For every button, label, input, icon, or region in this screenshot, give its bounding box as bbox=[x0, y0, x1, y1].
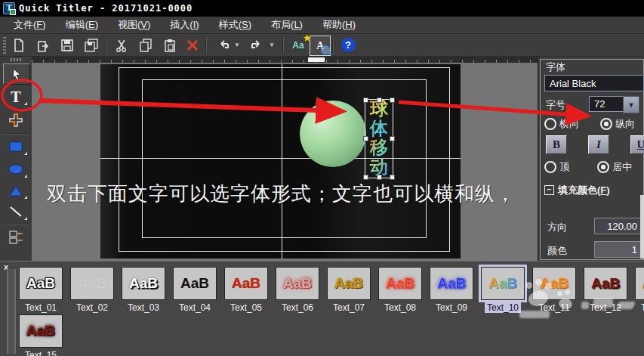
redo-button[interactable] bbox=[248, 36, 267, 54]
tool-palette: T bbox=[0, 57, 32, 261]
style-preview: AaB bbox=[584, 267, 627, 300]
vertical-text-object[interactable]: 球 体 移 动 bbox=[365, 99, 393, 178]
selection-handle[interactable] bbox=[390, 175, 395, 180]
palette-separator bbox=[4, 224, 28, 225]
selection-handle[interactable] bbox=[390, 136, 395, 141]
menu-view[interactable]: 视图(V) bbox=[118, 18, 150, 32]
style-preview: AaB bbox=[224, 267, 268, 300]
save-all-icon bbox=[84, 38, 99, 53]
orientation-vertical-label[interactable]: 纵向 bbox=[615, 117, 635, 131]
canvas-area[interactable]: 球 体 移 动 双击下面文字可以选字体形式；文字也可以横和纵， bbox=[32, 57, 538, 261]
panel-scrollbar[interactable] bbox=[640, 195, 644, 258]
font-name-field[interactable]: Arial Black bbox=[544, 75, 644, 91]
font-preview-icon: A bbox=[316, 40, 324, 52]
style-item[interactable]: AaBText_06 bbox=[276, 267, 319, 313]
text-style-icon: Aa★ bbox=[292, 40, 304, 51]
selection-handle[interactable] bbox=[363, 98, 368, 103]
palette-separator bbox=[4, 133, 28, 135]
align-center-radio[interactable] bbox=[597, 161, 609, 173]
save-button[interactable] bbox=[57, 36, 77, 54]
underline-button[interactable]: U bbox=[630, 135, 644, 154]
title-bar: T Quick Titler - 20171021-0000 bbox=[0, 0, 644, 17]
toolbar: ▼ ▼ Aa★ A ? bbox=[0, 34, 644, 57]
delete-button[interactable] bbox=[183, 36, 202, 54]
bold-button[interactable]: B bbox=[546, 135, 567, 154]
copy-button[interactable] bbox=[136, 36, 156, 54]
library-scrollbar[interactable] bbox=[7, 269, 16, 354]
orientation-horizontal-radio[interactable] bbox=[544, 118, 556, 130]
title-canvas[interactable]: 球 体 移 动 bbox=[100, 64, 461, 258]
selection-handle[interactable] bbox=[390, 98, 395, 103]
style-item[interactable]: AaBText_15 bbox=[19, 314, 63, 356]
style-item[interactable]: AaBText_01 bbox=[19, 267, 63, 313]
menu-insert[interactable]: 插入(I) bbox=[170, 18, 199, 32]
text-tool[interactable]: T bbox=[3, 87, 29, 107]
font-preview-button[interactable]: A bbox=[310, 36, 331, 56]
menu-edit[interactable]: 编辑(E) bbox=[66, 18, 98, 32]
cut-button[interactable] bbox=[112, 36, 131, 54]
style-item[interactable]: AaBText_05 bbox=[224, 267, 268, 313]
new-document-button[interactable] bbox=[9, 36, 29, 54]
orientation-horizontal-label[interactable]: 横向 bbox=[559, 117, 579, 131]
object-layout-tool[interactable] bbox=[3, 228, 29, 247]
ellipse-tool[interactable] bbox=[3, 159, 29, 179]
rectangle-tool[interactable] bbox=[3, 137, 29, 156]
rectangle-icon bbox=[8, 141, 23, 153]
style-item[interactable]: AaBText_11 bbox=[532, 267, 576, 313]
style-item[interactable]: AaBText_02 bbox=[70, 267, 114, 313]
undo-button[interactable] bbox=[213, 36, 233, 54]
style-item[interactable]: AaBText_08 bbox=[378, 267, 422, 313]
style-item[interactable]: AaBText_13 bbox=[635, 267, 644, 313]
style-label: Text_04 bbox=[179, 302, 211, 313]
green-sphere[interactable] bbox=[300, 101, 366, 167]
style-label: Text_01 bbox=[25, 302, 57, 313]
style-preview: AaB bbox=[635, 267, 644, 300]
menu-file[interactable]: 文件(F) bbox=[14, 18, 46, 32]
align-top-label[interactable]: 顶 bbox=[559, 160, 569, 174]
quick-titler-window: T Quick Titler - 20171021-0000 文件(F) 编辑(… bbox=[0, 0, 644, 356]
undo-dropdown[interactable]: ▼ bbox=[234, 42, 240, 48]
orientation-vertical-radio[interactable] bbox=[600, 118, 612, 130]
style-label: Text_05 bbox=[230, 302, 262, 313]
paste-button[interactable] bbox=[160, 36, 180, 54]
style-item-selected[interactable]: AaBText_10 bbox=[481, 267, 525, 313]
style-preview: AaB bbox=[70, 267, 114, 300]
direction-label: 方向 bbox=[547, 221, 567, 234]
selection-handle[interactable] bbox=[377, 98, 382, 103]
style-item[interactable]: AaBText_03 bbox=[122, 267, 165, 313]
line-tool[interactable] bbox=[3, 202, 29, 221]
color-value-field[interactable]: 1 bbox=[594, 241, 642, 258]
object-layout-icon bbox=[8, 230, 24, 245]
open-icon bbox=[35, 38, 51, 53]
menu-help[interactable]: 帮助(H) bbox=[322, 18, 356, 32]
save-all-button[interactable] bbox=[82, 36, 101, 54]
help-button[interactable]: ? bbox=[338, 36, 358, 54]
selection-handle[interactable] bbox=[363, 175, 368, 180]
menu-layout[interactable]: 布局(L) bbox=[271, 18, 303, 32]
font-size-dropdown[interactable]: ▼ bbox=[623, 96, 639, 113]
style-item[interactable]: AaBText_07 bbox=[327, 267, 371, 313]
ellipse-icon bbox=[8, 163, 24, 175]
select-tool[interactable] bbox=[3, 63, 30, 85]
color-label: 颜色 bbox=[547, 244, 567, 258]
collapse-section-icon[interactable]: − bbox=[544, 185, 554, 195]
triangle-icon bbox=[8, 184, 23, 197]
style-item[interactable]: AaBText_12 bbox=[584, 267, 627, 313]
menu-style[interactable]: 样式(S) bbox=[219, 18, 251, 32]
style-preview: AaB bbox=[19, 267, 63, 300]
italic-button[interactable]: I bbox=[588, 135, 609, 154]
style-item[interactable]: AaBText_04 bbox=[173, 267, 217, 313]
direction-value-field[interactable]: 120.00 bbox=[594, 218, 642, 234]
open-button[interactable] bbox=[33, 36, 53, 54]
selection-handle[interactable] bbox=[363, 136, 368, 141]
selection-handle[interactable] bbox=[377, 175, 382, 180]
style-label: Text_09 bbox=[436, 302, 467, 313]
fill-color-section-label[interactable]: 填充颜色(F) bbox=[558, 184, 610, 197]
text-style-button[interactable]: Aa★ bbox=[288, 36, 308, 54]
redo-dropdown[interactable]: ▼ bbox=[269, 42, 275, 48]
transform-tool[interactable] bbox=[3, 110, 29, 130]
align-top-radio[interactable] bbox=[544, 161, 556, 173]
triangle-tool[interactable] bbox=[3, 181, 29, 200]
align-center-label[interactable]: 居中 bbox=[612, 160, 632, 174]
style-item[interactable]: AaBText_09 bbox=[430, 267, 473, 313]
